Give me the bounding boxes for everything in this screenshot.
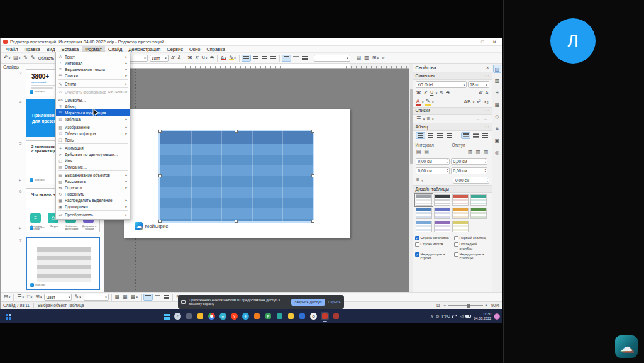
wifi-icon[interactable]: [452, 315, 457, 318]
promote-button[interactable]: ←: [482, 116, 489, 122]
format-menu-item[interactable]: ↕Интервал▸: [56, 60, 130, 66]
line-spacing-button[interactable]: ≡: [416, 177, 421, 183]
menu-правка[interactable]: Правка: [21, 46, 43, 53]
format-menu-item[interactable]: АбСимволы…: [56, 97, 130, 103]
align-left-button[interactable]: [416, 132, 425, 139]
section-lists[interactable]: Списки⋯: [413, 107, 492, 115]
format-menu-item[interactable]: ▧Расставить▸: [56, 178, 130, 184]
table-rows-button[interactable]: ▤: [355, 55, 363, 61]
format-menu-item[interactable]: ✎Стили▸: [56, 81, 130, 87]
italic-button[interactable]: К: [423, 91, 428, 96]
format-brush-button[interactable]: ✎: [30, 55, 36, 61]
close-button[interactable]: ✕: [489, 40, 499, 45]
menu-справка[interactable]: Справка: [203, 46, 228, 53]
edge-button[interactable]: e: [219, 312, 227, 320]
grow-font-button[interactable]: А̂: [170, 55, 175, 61]
styles-tab[interactable]: A: [493, 125, 501, 133]
cell-grid-button[interactable]: ⊞▾: [34, 294, 43, 300]
strikethrough-button[interactable]: S: [445, 91, 450, 96]
underline-dropdown[interactable]: ▾: [436, 91, 438, 95]
presentation-editor-button[interactable]: [321, 312, 329, 320]
battery-icon[interactable]: [465, 315, 471, 318]
section-paragraph[interactable]: Абзац⋯: [413, 123, 492, 131]
microphone-icon[interactable]: ⊙: [436, 314, 439, 319]
menu-демонстрация[interactable]: Демонстрация: [125, 46, 164, 53]
resize-handle[interactable]: [311, 220, 314, 223]
app-blue-button[interactable]: [298, 312, 306, 320]
checkbox[interactable]: [454, 252, 458, 257]
indent-before-field[interactable]: 0,00 см▴▾: [451, 158, 487, 165]
align-justify-button[interactable]: [445, 133, 453, 138]
shrink-font-button[interactable]: А̌: [176, 55, 182, 61]
numbered-list-button[interactable]: ≡: [426, 116, 431, 122]
sidebar-font-name-combo[interactable]: XO Oriel▾: [416, 81, 467, 88]
slide-transition-tab[interactable]: ▥: [493, 77, 501, 85]
spacing-below-field[interactable]: 0,00 см▴▾: [416, 167, 450, 174]
resize-handle[interactable]: [235, 220, 238, 223]
subscript-button[interactable]: х₂: [483, 99, 489, 105]
stop-sharing-button[interactable]: Закрыть доступ: [291, 299, 325, 306]
align-left-button[interactable]: [242, 55, 251, 62]
table-style-option[interactable]: [416, 208, 432, 219]
volume-icon[interactable]: ◁: [460, 314, 463, 319]
demote-button[interactable]: →: [474, 116, 481, 122]
table-style-option[interactable]: [434, 208, 450, 219]
format-menu-item[interactable]: ▢Имя…: [56, 157, 130, 164]
align-right-button[interactable]: [436, 133, 444, 138]
bold-button[interactable]: Ж: [416, 91, 422, 96]
fill-color-combo[interactable]: Цвет▾: [44, 294, 72, 301]
sidebar-font-size-combo[interactable]: 18 пт▾: [468, 81, 489, 88]
format-menu-item[interactable]: ▣Группировка▸: [56, 203, 130, 209]
maximize-button[interactable]: □: [478, 40, 487, 44]
format-menu-item[interactable]: ⇆Отразить▸: [56, 184, 130, 191]
resize-handle[interactable]: [158, 130, 162, 133]
valign-middle-button[interactable]: [472, 133, 480, 138]
format-menu-item[interactable]: ▥Описание…: [56, 164, 130, 170]
bold-button[interactable]: Ж: [186, 55, 193, 61]
valign-bottom-button[interactable]: [301, 55, 309, 61]
checkbox[interactable]: ✓: [415, 252, 419, 257]
gallery-tab[interactable]: ▣: [493, 137, 501, 145]
app-yellow-button[interactable]: [287, 312, 295, 320]
section-table-design[interactable]: Дизайн таблицы: [413, 185, 492, 193]
resize-handle[interactable]: [158, 174, 162, 177]
widgets-button[interactable]: [4, 312, 12, 320]
zoom-in-button[interactable]: +: [485, 303, 487, 308]
format-menu-item[interactable]: ⇄Преобразовать▸: [56, 211, 130, 218]
table-style-option[interactable]: [470, 194, 487, 206]
align-center-button[interactable]: [426, 133, 435, 138]
notification-avatar[interactable]: [494, 313, 500, 320]
language-indicator[interactable]: РУС: [441, 314, 450, 318]
section-character[interactable]: Символы⋯: [413, 72, 492, 80]
format-menu-item[interactable]: ≡Выравнивание текста▸: [56, 66, 130, 72]
minimize-button[interactable]: ─: [466, 40, 475, 44]
table-columns-button[interactable]: ▥: [363, 55, 370, 61]
selection-area-button[interactable]: Область: [37, 55, 56, 61]
font-color-dropdown[interactable]: ▾: [422, 100, 424, 104]
table-option[interactable]: Строка итогов: [415, 242, 454, 250]
resize-handle[interactable]: [311, 130, 314, 133]
app-teal-button[interactable]: [275, 312, 284, 320]
character-spacing-button[interactable]: АВ: [463, 99, 472, 105]
sidebar-close-icon[interactable]: ✕: [486, 65, 489, 70]
format-menu-item[interactable]: ❏Тень: [56, 137, 130, 143]
menu-файл[interactable]: Файл: [3, 46, 21, 53]
valign-bottom-button[interactable]: [481, 133, 489, 138]
hide-banner-button[interactable]: Скрыть: [328, 300, 341, 304]
format-menu-item[interactable]: AТекст▸: [56, 53, 130, 60]
border-color-button[interactable]: ✎▾: [73, 294, 82, 300]
font-color-button[interactable]: А: [416, 99, 421, 106]
zoom-slider-thumb[interactable]: [467, 304, 470, 308]
format-menu-item[interactable]: ✶Анимация: [56, 145, 130, 151]
valign-middle-button[interactable]: [292, 55, 300, 61]
properties-tab[interactable]: ▤: [493, 65, 501, 73]
table-button[interactable]: ⊞▾: [3, 294, 11, 300]
format-menu-item[interactable]: □Объект и фигура▸: [56, 130, 130, 137]
table-style-option[interactable]: [452, 221, 469, 232]
cell-valign-bottom-button[interactable]: [162, 294, 170, 300]
telegram-button[interactable]: ✈: [242, 312, 250, 320]
format-menu-item[interactable]: ➤Действие по щелчку мыши…: [56, 151, 130, 157]
table-style-option[interactable]: [434, 194, 450, 206]
resize-handle[interactable]: [311, 174, 314, 177]
table-option[interactable]: ✓Строка заголовка: [415, 236, 454, 240]
